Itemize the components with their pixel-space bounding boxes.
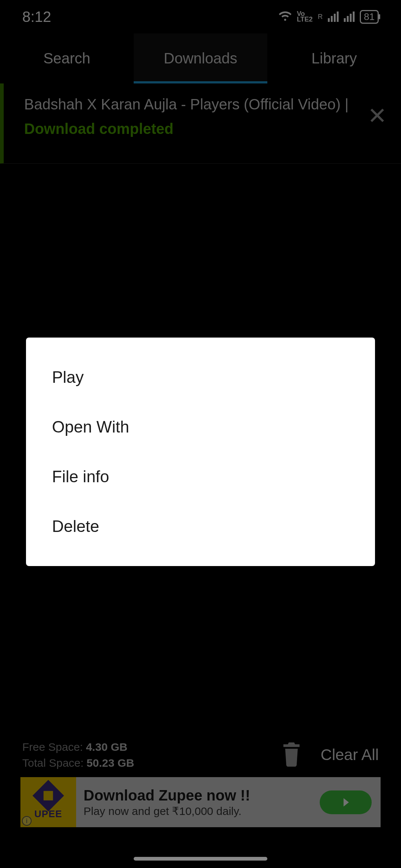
menu-delete[interactable]: Delete	[26, 502, 375, 551]
menu-file-info[interactable]: File info	[26, 452, 375, 502]
gesture-bar[interactable]	[134, 857, 267, 861]
menu-play[interactable]: Play	[26, 352, 375, 402]
context-menu: Play Open With File info Delete	[26, 338, 375, 566]
menu-open-with[interactable]: Open With	[26, 402, 375, 452]
